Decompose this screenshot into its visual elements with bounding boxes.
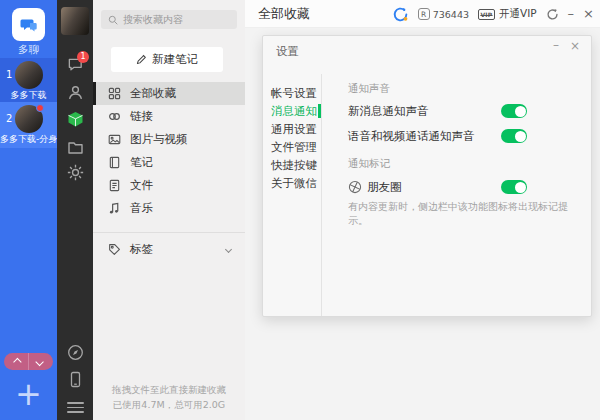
dock-sidebar: 1 — [57, 0, 93, 420]
menu-item-files[interactable]: 文件 — [93, 174, 245, 197]
notification-dot — [36, 104, 44, 112]
app-logo-icon — [12, 8, 45, 41]
dialog-divider — [321, 74, 322, 316]
settings-tab-general[interactable]: 通用设置 — [263, 120, 321, 138]
pencil-icon — [136, 54, 147, 65]
collections-panel: 搜索收藏内容 新建笔记 全部收藏 链接 图片与视频 笔记 — [93, 0, 245, 420]
search-input[interactable]: 搜索收藏内容 — [101, 10, 237, 29]
chat-icon[interactable]: 1 — [67, 56, 84, 73]
setting-moments-label: 朋友圈 — [367, 179, 402, 195]
menu-item-label: 链接 — [130, 109, 153, 124]
menu-item-label: 文件 — [130, 178, 153, 193]
main-header: 全部收藏 R 736443 VIP 开通VIP – × — [245, 0, 600, 28]
window-close-button[interactable]: × — [583, 0, 594, 28]
menu-item-music[interactable]: 音乐 — [93, 197, 245, 220]
grid-icon — [108, 87, 121, 100]
app-name: 多聊 — [0, 43, 57, 57]
music-note-icon — [108, 202, 121, 215]
toggle-moments-badge[interactable] — [501, 180, 527, 194]
document-icon — [108, 179, 121, 192]
account-id: 736443 — [433, 9, 469, 20]
menu-item-label: 笔记 — [130, 155, 153, 170]
section-label-notification-sound: 通知声音 — [348, 82, 390, 96]
notebook-icon — [108, 156, 121, 169]
settings-tab-label: 消息通知 — [271, 104, 317, 118]
search-placeholder: 搜索收藏内容 — [123, 13, 183, 27]
account-item-2[interactable]: 2 多多下载-分身 — [0, 102, 57, 148]
page-title: 全部收藏 — [258, 0, 310, 28]
settings-tab-file-management[interactable]: 文件管理 — [263, 138, 321, 156]
account-label: 多多下载-分身 — [0, 133, 57, 146]
scroll-down-button[interactable] — [28, 353, 53, 370]
menu-item-links[interactable]: 链接 — [93, 105, 245, 128]
chevron-down-icon — [225, 246, 232, 253]
settings-tab-notifications[interactable]: 消息通知 — [263, 102, 321, 120]
account-item-1[interactable]: 1 多多下载 — [0, 58, 57, 104]
contacts-icon[interactable] — [67, 84, 84, 101]
section-label-notification-mark: 通知标记 — [348, 157, 390, 171]
storage-hint: 拖拽文件至此直接新建收藏 已使用4.7M，总可用2.0G — [93, 382, 245, 412]
files-folder-icon[interactable] — [67, 139, 84, 156]
r-badge-icon: R — [418, 8, 430, 20]
tag-icon — [108, 243, 121, 256]
chat-unread-badge: 1 — [77, 51, 89, 63]
browser-compass-icon[interactable] — [67, 344, 84, 361]
scroll-up-button[interactable] — [4, 353, 28, 370]
settings-tab-account[interactable]: 帐号设置 — [263, 84, 321, 102]
account-avatar — [15, 61, 43, 89]
refresh-icon[interactable] — [546, 8, 559, 21]
setting-note-text: 有内容更新时，侧边栏中该功能图标将出现标记提示。 — [348, 200, 581, 228]
account-number: 2 — [6, 113, 12, 124]
settings-menu: 帐号设置 消息通知 通用设置 文件管理 快捷按键 关于微信 — [263, 84, 321, 192]
toggle-call-sound[interactable] — [501, 129, 527, 143]
menu-item-label: 图片与视频 — [130, 132, 188, 147]
image-icon — [108, 133, 121, 146]
settings-dialog: 设置 – × 帐号设置 消息通知 通用设置 文件管理 快捷按键 关于微信 通知声… — [262, 35, 592, 317]
vip-badge-icon: VIP — [478, 9, 495, 20]
storage-usage-text: 已使用4.7M，总可用2.0G — [93, 397, 245, 412]
setting-new-message-sound-label: 新消息通知声音 — [348, 103, 429, 119]
collections-menu: 全部收藏 链接 图片与视频 笔记 文件 音乐 — [93, 82, 245, 220]
phone-icon[interactable] — [67, 371, 84, 388]
toolbar: R 736443 VIP 开通VIP – × — [392, 0, 594, 28]
settings-tab-about[interactable]: 关于微信 — [263, 174, 321, 192]
link-icon — [108, 110, 121, 123]
menu-item-label: 音乐 — [130, 201, 153, 216]
menu-item-label: 全部收藏 — [130, 86, 176, 101]
main-area: 全部收藏 R 736443 VIP 开通VIP – × — [245, 0, 600, 420]
menu-hamburger-icon[interactable] — [67, 398, 84, 415]
dialog-close-button[interactable]: × — [570, 39, 580, 53]
account-id-badge[interactable]: R 736443 — [418, 8, 469, 20]
settings-tab-shortcuts[interactable]: 快捷按键 — [263, 156, 321, 174]
gear-icon[interactable] — [67, 164, 84, 181]
add-account-button[interactable]: + — [0, 372, 57, 416]
account-number: 1 — [6, 69, 12, 80]
app-window: 多聊 5.2.9 1 多多下载 2 多多下载-分身 + 1 — [0, 0, 600, 420]
toggle-new-message-sound[interactable] — [501, 104, 527, 118]
vip-label: 开通VIP — [499, 7, 537, 21]
launcher-sidebar: 多聊 5.2.9 1 多多下载 2 多多下载-分身 + — [0, 0, 57, 420]
collections-cube-icon[interactable] — [67, 111, 84, 128]
selected-indicator — [318, 104, 321, 118]
menu-item-images-videos[interactable]: 图片与视频 — [93, 128, 245, 151]
menu-item-label: 标签 — [130, 242, 153, 257]
window-minimize-button[interactable]: – — [568, 0, 575, 28]
account-scroll-buttons — [4, 353, 53, 370]
user-avatar[interactable] — [61, 7, 89, 35]
panel-divider — [93, 232, 245, 233]
dialog-title: 设置 — [276, 44, 299, 59]
menu-item-tags[interactable]: 标签 — [93, 238, 245, 261]
app-sync-icon[interactable] — [392, 6, 409, 23]
dialog-minimize-button[interactable]: – — [553, 38, 559, 52]
vip-upgrade-button[interactable]: VIP 开通VIP — [478, 7, 537, 21]
chevron-up-icon — [13, 357, 21, 365]
new-note-button[interactable]: 新建笔记 — [111, 47, 223, 72]
account-label: 多多下载 — [0, 89, 57, 102]
drag-hint-text: 拖拽文件至此直接新建收藏 — [93, 382, 245, 397]
moments-icon — [348, 179, 362, 193]
chevron-down-icon — [35, 357, 43, 365]
menu-item-all-collections[interactable]: 全部收藏 — [93, 82, 245, 105]
menu-item-notes[interactable]: 笔记 — [93, 151, 245, 174]
search-icon — [108, 15, 118, 25]
new-note-label: 新建笔记 — [152, 52, 198, 67]
